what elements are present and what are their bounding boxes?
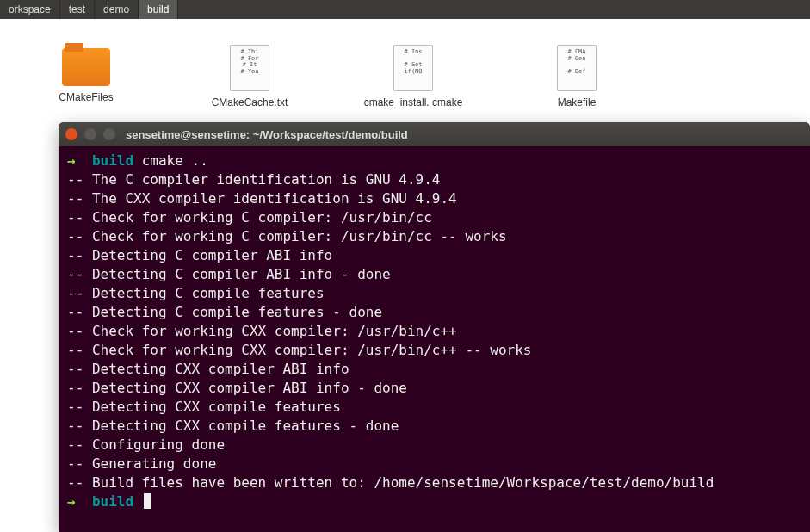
- maximize-icon[interactable]: [103, 128, 115, 140]
- terminal-output-line: -- Configuring done: [67, 436, 801, 455]
- terminal-output-line: -- Check for working CXX compiler: /usr/…: [67, 322, 801, 341]
- file-label: cmake_install. cmake: [364, 96, 463, 108]
- breadcrumb-item[interactable]: build: [139, 0, 178, 19]
- terminal-title: sensetime@sensetime: ~/Workspace/test/de…: [126, 128, 408, 141]
- terminal-output-line: -- Detecting C compiler ABI info: [67, 246, 801, 265]
- breadcrumb: orkspacetestdemobuild: [0, 0, 810, 19]
- terminal-output-line: -- Detecting CXX compile features - done: [67, 417, 801, 436]
- file-item[interactable]: # CMA # Gen # DefMakefile: [525, 45, 628, 108]
- file-item[interactable]: # Ins # Set if(NOcmake_install. cmake: [362, 45, 465, 108]
- file-item[interactable]: CMakeFiles: [34, 45, 138, 108]
- file-label: CMakeCache.txt: [212, 96, 288, 108]
- terminal-output-line: -- Detecting CXX compile features: [67, 398, 801, 417]
- textfile-icon: # Ins # Set if(NO: [393, 45, 433, 91]
- file-label: CMakeFiles: [59, 91, 113, 103]
- terminal-output-line: -- Detecting CXX compiler ABI info: [67, 360, 801, 379]
- file-grid: CMakeFiles# Thi # For # It # YouCMakeCac…: [0, 19, 810, 108]
- terminal-line: → build cmake ..: [67, 152, 801, 170]
- terminal-output-line: -- Detecting CXX compiler ABI info - don…: [67, 379, 801, 398]
- prompt-dir: build: [92, 493, 133, 510]
- file-item[interactable]: # Thi # For # It # YouCMakeCache.txt: [198, 45, 301, 108]
- close-icon[interactable]: [65, 128, 77, 140]
- terminal-output-line: -- Build files have been written to: /ho…: [67, 473, 801, 492]
- terminal-output-line: -- Detecting C compiler ABI info - done: [67, 265, 801, 284]
- terminal-line: → build: [67, 492, 801, 511]
- terminal-body[interactable]: → build cmake ..-- The C compiler identi…: [59, 146, 810, 532]
- prompt-arrow-icon: →: [67, 152, 92, 169]
- terminal-output-line: -- The C compiler identification is GNU …: [67, 170, 801, 189]
- textfile-icon: # CMA # Gen # Def: [557, 45, 597, 91]
- prompt-dir: build: [92, 152, 133, 169]
- file-label: Makefile: [558, 96, 597, 108]
- terminal-output-line: -- Check for working C compiler: /usr/bi…: [67, 227, 801, 246]
- terminal-titlebar[interactable]: sensetime@sensetime: ~/Workspace/test/de…: [59, 122, 810, 146]
- minimize-icon[interactable]: [84, 128, 96, 140]
- terminal-output-line: -- Detecting C compile features - done: [67, 303, 801, 322]
- terminal-output-line: -- Check for working CXX compiler: /usr/…: [67, 341, 801, 360]
- breadcrumb-item[interactable]: demo: [95, 0, 139, 19]
- terminal-command: cmake ..: [133, 152, 208, 169]
- terminal-output-line: -- Detecting C compile features: [67, 284, 801, 303]
- textfile-icon: # Thi # For # It # You: [230, 45, 269, 91]
- terminal-output-line: -- Check for working C compiler: /usr/bi…: [67, 208, 801, 227]
- terminal-window: sensetime@sensetime: ~/Workspace/test/de…: [59, 122, 810, 532]
- cursor-icon: [144, 493, 151, 509]
- terminal-output-line: -- The CXX compiler identification is GN…: [67, 189, 801, 208]
- breadcrumb-item[interactable]: orkspace: [0, 0, 60, 19]
- terminal-output-line: -- Generating done: [67, 455, 801, 473]
- breadcrumb-item[interactable]: test: [60, 0, 95, 19]
- prompt-arrow-icon: →: [67, 493, 92, 510]
- folder-icon: [62, 48, 110, 86]
